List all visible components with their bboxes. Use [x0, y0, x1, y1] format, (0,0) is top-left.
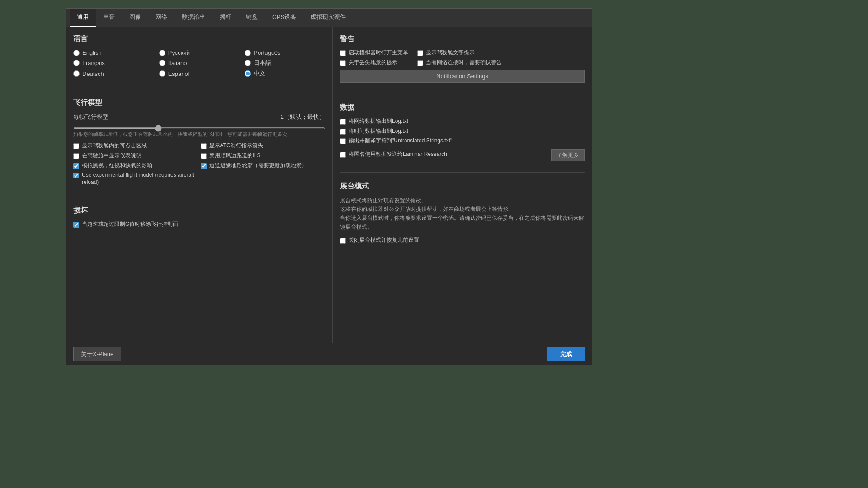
slider-hint: 如果您的帧率非常低，或您正在驾驶非常小的，快速或轻型的飞机时，您可能需要每帧运行…: [73, 131, 325, 138]
check-experimental-label: Use experimental flight model (requires …: [82, 172, 198, 186]
lang-spanish[interactable]: Español: [159, 70, 240, 78]
check-untranslated[interactable]: 输出未翻译字符到"Untranslated Strings.txt": [340, 137, 585, 145]
check-cockpit-tips-label: 显示驾驶舱文字提示: [426, 49, 475, 56]
learn-more-button[interactable]: 了解更多: [551, 149, 585, 161]
lang-german[interactable]: Deutsch: [73, 70, 154, 78]
check-ils-disable-label: 禁用顺风边跑道的ILS: [209, 152, 261, 160]
check-time-log-label: 将时间数据输出到Log.txt: [349, 128, 408, 135]
check-damage-label: 当超速或超过限制G值时移除飞行控制面: [82, 221, 178, 228]
check-close-kiosk[interactable]: 关闭展台模式并恢复此前设置: [340, 237, 585, 244]
warning-section: 警告 启动模拟器时打开主菜单 关于丢失地景的提示: [340, 34, 585, 83]
lang-japanese-radio[interactable]: [245, 60, 251, 66]
data-checkboxes: 将网络数据输出到Log.txt 将时间数据输出到Log.txt 输出未翻译字符到…: [340, 118, 585, 161]
check-laminar-data-input[interactable]: [340, 152, 346, 158]
check-ils-disable-input[interactable]: [201, 153, 207, 159]
check-network-warning[interactable]: 当有网络连接时，需要确认警告: [417, 59, 502, 66]
check-atc-arrows[interactable]: 显示ATC滑行指示箭头: [201, 142, 326, 150]
lang-portuguese-label: Português: [254, 49, 280, 56]
check-blackout-input[interactable]: [73, 163, 79, 169]
warning-checks-row: 启动模拟器时打开主菜单 关于丢失地景的提示 显示驾驶舱文字提示: [340, 49, 585, 66]
tab-gps[interactable]: GPS设备: [265, 9, 303, 27]
check-ils-disable[interactable]: 禁用顺风边跑道的ILS: [201, 152, 326, 160]
lang-russian-radio[interactable]: [159, 50, 165, 56]
check-close-kiosk-input[interactable]: [340, 238, 346, 244]
check-missing-scenery[interactable]: 关于丢失地景的提示: [340, 59, 408, 66]
check-laminar-data-label: 将匿名使用数据发送给Laminar Research: [349, 151, 447, 158]
damage-section: 损坏 当超速或超过限制G值时移除飞行控制面: [73, 206, 325, 228]
tab-vr[interactable]: 虚拟现实硬件: [303, 9, 353, 27]
language-grid: English Русский Português Français: [73, 49, 325, 78]
check-damage[interactable]: 当超速或超过限制G值时移除飞行控制面: [73, 221, 325, 228]
check-instrument-tooltips[interactable]: 在驾驶舱中显示仪表说明: [73, 152, 198, 160]
check-instrument-tooltips-label: 在驾驶舱中显示仪表说明: [82, 152, 142, 160]
slider-label: 每帧飞行模型: [73, 113, 108, 121]
notification-settings-button[interactable]: Notification Settings: [340, 70, 585, 83]
check-missing-scenery-label: 关于丢失地景的提示: [349, 59, 397, 66]
lang-french-radio[interactable]: [73, 60, 80, 66]
check-missing-scenery-input[interactable]: [340, 60, 346, 66]
check-clickable-areas-input[interactable]: [73, 143, 79, 149]
sep1: [73, 89, 325, 89]
about-button[interactable]: 关于X-Plane: [73, 347, 121, 361]
lang-italian-radio[interactable]: [159, 60, 165, 66]
lang-chinese-label: 中文: [254, 70, 265, 78]
tab-graphics[interactable]: 图像: [122, 9, 148, 27]
check-blackout[interactable]: 模拟黑视，红视和缺氧的影响: [73, 162, 198, 169]
lang-french[interactable]: Français: [73, 59, 154, 67]
check-open-menu-input[interactable]: [340, 50, 346, 56]
tab-general[interactable]: 通用: [70, 9, 96, 27]
tab-joystick[interactable]: 摇杆: [212, 9, 239, 27]
lang-japanese[interactable]: 日本語: [245, 59, 325, 67]
lang-russian[interactable]: Русский: [159, 49, 240, 56]
check-terrain-contour-input[interactable]: [201, 163, 207, 169]
sep2: [73, 197, 325, 197]
lang-english[interactable]: English: [73, 49, 154, 56]
check-untranslated-input[interactable]: [340, 138, 346, 144]
check-terrain-contour[interactable]: 道道避缘地形轮廓（需要更新加载地景）: [201, 162, 326, 169]
check-clickable-areas[interactable]: 显示驾驶舱内的可点击区域: [73, 142, 198, 150]
tab-data-output[interactable]: 数据输出: [175, 9, 212, 27]
done-button[interactable]: 完成: [547, 347, 585, 361]
check-instrument-tooltips-input[interactable]: [73, 153, 79, 159]
lang-portuguese-radio[interactable]: [245, 50, 251, 56]
flight-model-title: 飞行模型: [73, 98, 325, 108]
sep4: [340, 172, 585, 173]
tab-network[interactable]: 网络: [148, 9, 175, 27]
lang-english-radio[interactable]: [73, 50, 80, 56]
flight-model-slider[interactable]: [73, 127, 325, 129]
lang-spanish-radio[interactable]: [159, 70, 165, 77]
left-panel: 语言 English Русский Português: [66, 27, 333, 364]
tab-keyboard[interactable]: 键盘: [239, 9, 265, 27]
check-experimental-input[interactable]: [73, 173, 79, 178]
lang-chinese[interactable]: 中文: [245, 70, 325, 78]
demo-desc-3: 当你进入展台模式时，你将被要求设置一个密码。请确认密码已保存妥当，在之后你将需要…: [340, 214, 585, 231]
data-section: 数据 将网络数据输出到Log.txt 将时间数据输出到Log.txt 输出未翻译…: [340, 103, 585, 161]
check-network-warning-input[interactable]: [417, 60, 423, 66]
check-untranslated-label: 输出未翻译字符到"Untranslated Strings.txt": [349, 137, 452, 145]
lang-italian[interactable]: Italiano: [159, 59, 240, 67]
check-time-log[interactable]: 将时间数据输出到Log.txt: [340, 128, 585, 135]
demo-title: 展台模式: [340, 182, 585, 191]
check-damage-input[interactable]: [73, 222, 79, 228]
lang-spanish-label: Español: [168, 70, 189, 77]
lang-german-radio[interactable]: [73, 70, 80, 77]
check-clickable-areas-label: 显示驾驶舱内的可点击区域: [82, 142, 147, 150]
check-open-menu[interactable]: 启动模拟器时打开主菜单: [340, 49, 408, 56]
demo-desc-1: 展台模式将防止对现有设置的修改。: [340, 197, 585, 205]
flight-model-checkboxes: 显示驾驶舱内的可点击区域 显示ATC滑行指示箭头 在驾驶舱中显示仪表说明 禁用顺…: [73, 142, 325, 186]
tab-sound[interactable]: 声音: [96, 9, 122, 27]
check-network-log[interactable]: 将网络数据输出到Log.txt: [340, 118, 585, 125]
lang-portuguese[interactable]: Português: [245, 49, 325, 56]
check-atc-arrows-input[interactable]: [201, 143, 207, 149]
demo-desc-2: 这将在你的模拟器对公众开放时提供帮助，如在商场或者展会上等情形。: [340, 205, 585, 214]
lang-german-label: Deutsch: [82, 70, 104, 77]
lang-japanese-label: 日本語: [254, 59, 271, 67]
check-experimental[interactable]: Use experimental flight model (requires …: [73, 172, 198, 186]
check-laminar-data[interactable]: 将匿名使用数据发送给Laminar Research: [340, 151, 447, 158]
check-time-log-input[interactable]: [340, 129, 346, 135]
check-terrain-contour-label: 道道避缘地形轮廓（需要更新加载地景）: [209, 162, 307, 169]
check-cockpit-tips-input[interactable]: [417, 50, 423, 56]
lang-chinese-radio[interactable]: [245, 70, 251, 77]
check-network-log-input[interactable]: [340, 119, 346, 125]
check-cockpit-tips[interactable]: 显示驾驶舱文字提示: [417, 49, 502, 56]
